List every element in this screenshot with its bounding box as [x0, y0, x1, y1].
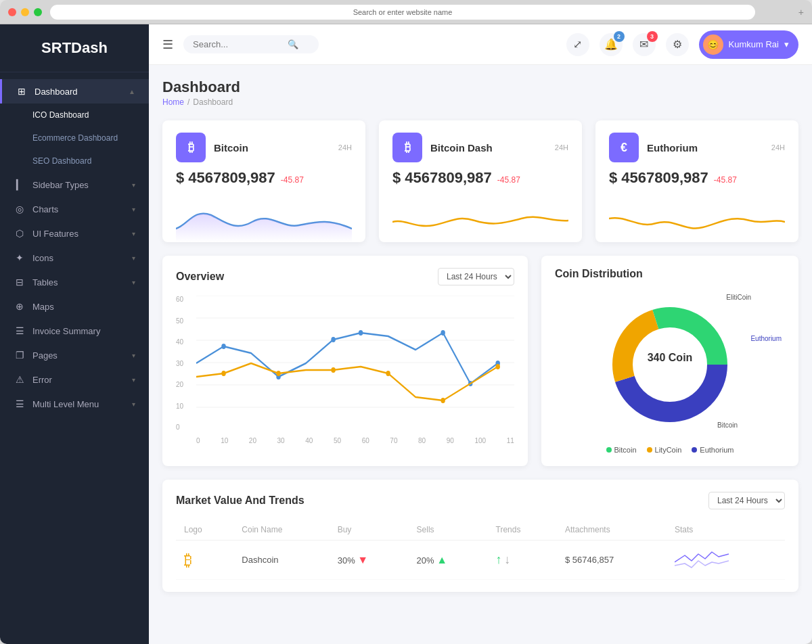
avatar: 😊 [703, 34, 723, 55]
sidebar-item-label: Charts [32, 204, 132, 214]
search-input[interactable] [193, 39, 288, 49]
donut-chart-wrap: 340 Coin ElitiCoin Euthorium Bitcoin [595, 290, 744, 439]
col-logo: Logo [176, 520, 233, 540]
market-trends-table: Logo Coin Name Buy Sells Trends Attachme… [176, 520, 785, 580]
sidebar-item-maps[interactable]: ⊕ Maps [0, 294, 149, 319]
coin-value: $ 4567809,987 [609, 169, 708, 187]
page-content: Dashboard Home / Dashboard ₿ [149, 65, 812, 644]
sidebar-sub-label: ICO Dashboard [32, 110, 135, 120]
col-coin-name: Coin Name [233, 520, 329, 540]
sidebar-item-charts[interactable]: ◎ Charts ▾ [0, 197, 149, 221]
messages-badge: 3 [647, 31, 658, 42]
y-label: 20 [176, 381, 193, 388]
user-profile-button[interactable]: 😊 Kumkum Rai ▾ [699, 30, 798, 59]
coin-change: -45.87 [281, 175, 304, 185]
close-button[interactable] [8, 8, 16, 16]
sidebar-item-label: Invoice Summary [32, 326, 135, 336]
sidebar-item-ui-features[interactable]: ⬡ UI Features ▾ [0, 221, 149, 246]
x-label: 10 [221, 437, 228, 444]
sidebar-item-ico-dashboard[interactable]: ICO Dashboard [0, 104, 149, 127]
address-bar-text: Search or enter website name [353, 8, 453, 16]
overview-title: Overview [176, 271, 224, 283]
settings-button[interactable]: ⚙ [666, 33, 689, 56]
coin-value: $ 4567809,987 [176, 169, 275, 187]
market-trends-card: Market Value And Trends Last 24 Hours Lo… [162, 480, 798, 592]
sidebar-item-seo-dashboard[interactable]: SEO Dashboard [0, 150, 149, 172]
chart-card-header: Coin Distribution [555, 268, 785, 280]
user-name: Kumkum Rai [729, 39, 779, 49]
breadcrumb-separator: / [187, 97, 189, 107]
browser-body: SRTDash ⊞ Dashboard ▲ ICO Dashboard Ecom… [0, 24, 812, 644]
sidebar-item-tables[interactable]: ⊟ Tables ▾ [0, 270, 149, 294]
notifications-badge: 2 [614, 31, 625, 42]
new-tab-button[interactable]: + [798, 7, 804, 18]
sidebar-item-ecommerce-dashboard[interactable]: Ecommerce Dashboard [0, 127, 149, 150]
x-label: 70 [390, 437, 397, 444]
maximize-button[interactable] [34, 8, 42, 16]
x-label: 40 [305, 437, 313, 444]
litycoin-legend-label: LityCoin [655, 446, 682, 454]
market-trends-period-select[interactable]: Last 24 Hours [708, 492, 785, 509]
euthorium-card: € Euthorium 24H $ 4567809,987 -45.87 [595, 120, 798, 242]
svg-point-6 [221, 344, 225, 349]
invoice-icon: ☰ [14, 325, 26, 336]
chevron-down-icon: ▾ [132, 254, 135, 262]
sidebar-item-sidebar-types[interactable]: ▎ Sidebar Types ▾ [0, 172, 149, 197]
donut-label-eliti: ElitiCoin [726, 294, 751, 301]
y-label: 60 [176, 296, 193, 303]
table-row: ₿ Dashcoin 30% ▼ 20% ▲ [176, 540, 785, 580]
table-body: ₿ Dashcoin 30% ▼ 20% ▲ [176, 540, 785, 580]
sidebar-logo: SRTDash [0, 24, 149, 72]
chevron-down-icon: ▾ [132, 230, 135, 237]
value-row: $ 4567809,987 -45.87 [176, 169, 352, 187]
sidebar-item-label: Icons [32, 253, 132, 263]
litycoin-legend-dot [647, 447, 652, 453]
coin-distribution-card: Coin Distribution [541, 256, 798, 466]
donut-svg: 340 Coin [595, 290, 744, 439]
notifications-button[interactable]: 🔔 2 [600, 33, 623, 56]
overview-period-select[interactable]: Last 24 Hours [438, 268, 514, 285]
overview-chart-area: 60 50 40 30 20 10 0 [176, 296, 514, 444]
sidebar-item-icons[interactable]: ✦ Icons ▾ [0, 246, 149, 270]
buy-trend-down-icon: ▼ [357, 554, 368, 566]
stats-cell [667, 540, 785, 580]
sidebar-item-error[interactable]: ⚠ Error ▾ [0, 367, 149, 392]
browser-titlebar: Search or enter website name + [0, 0, 812, 24]
trends-cell: ↑ ↓ [488, 540, 557, 580]
messages-button[interactable]: ✉ 3 [633, 33, 656, 56]
sidebar-item-invoice-summary[interactable]: ☰ Invoice Summary [0, 319, 149, 343]
legend-euthorium: Euthorium [692, 446, 734, 454]
x-label: 30 [277, 437, 285, 444]
coin-period: 24H [555, 143, 568, 152]
error-icon: ⚠ [14, 374, 26, 385]
expand-button[interactable]: ⤢ [566, 33, 589, 56]
window-controls [8, 8, 42, 16]
donut-label-bitcoin: Bitcoin [717, 421, 738, 429]
dashboard-icon: ⊞ [16, 86, 28, 97]
card-header: ₿ Bitcoin 24H [176, 133, 352, 162]
search-icon: 🔍 [288, 39, 298, 49]
mail-icon: ✉ [639, 38, 648, 51]
trend-down-icon: ↓ [504, 553, 510, 566]
chevron-down-icon: ▾ [132, 206, 135, 213]
x-label: 60 [362, 437, 369, 444]
sidebar-item-pages[interactable]: ❐ Pages ▾ [0, 343, 149, 367]
sidebar-item-multi-level-menu[interactable]: ☰ Multi Level Menu ▾ [0, 392, 149, 416]
attachments-cell: $ 56746,857 [557, 540, 667, 580]
card-header: € Euthorium 24H [609, 133, 785, 162]
minimize-button[interactable] [21, 8, 29, 16]
chart-card-header: Overview Last 24 Hours [176, 268, 514, 285]
coin-change: -45.87 [714, 175, 737, 185]
sidebar-item-dashboard[interactable]: ⊞ Dashboard ▲ [0, 79, 149, 104]
hamburger-icon[interactable]: ☰ [162, 37, 173, 52]
sidebar-item-label: Multi Level Menu [32, 399, 132, 409]
breadcrumb-home[interactable]: Home [162, 97, 184, 107]
sidebar-item-label: Tables [32, 277, 132, 288]
bitcoin-card: ₿ Bitcoin 24H $ 4567809,987 -45.87 [162, 120, 365, 242]
coin-period: 24H [338, 143, 352, 152]
col-attachments: Attachments [557, 520, 667, 540]
coin-name: Bitcoin [214, 142, 338, 154]
chevron-down-icon: ▾ [132, 400, 135, 408]
address-bar[interactable]: Search or enter website name [50, 5, 755, 20]
stats-mini-chart [675, 549, 729, 569]
